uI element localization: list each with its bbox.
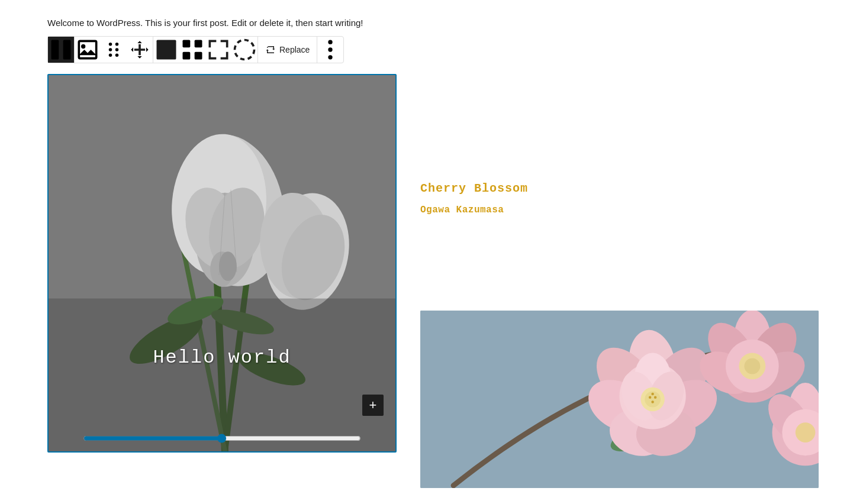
svg-rect-10 (195, 40, 202, 48)
svg-rect-8 (157, 40, 176, 60)
svg-point-6 (109, 53, 112, 57)
welcome-text: Welcome to WordPress. This is your first… (47, 18, 819, 28)
svg-rect-11 (183, 52, 191, 60)
svg-point-70 (654, 396, 656, 398)
svg-rect-9 (183, 40, 191, 48)
cherry-flowers-svg (420, 311, 819, 488)
toolbar-group-5 (317, 37, 343, 63)
align-button[interactable] (153, 37, 179, 63)
svg-point-4 (109, 48, 112, 51)
square-icon (153, 37, 179, 63)
cover-opacity-slider[interactable] (83, 434, 361, 443)
svg-point-7 (115, 53, 119, 57)
right-column: Cherry Blossom Ogawa Kazumasa (420, 74, 819, 488)
svg-point-68 (796, 422, 816, 442)
more-options-button[interactable] (317, 37, 343, 63)
flower-svg (49, 75, 395, 451)
drag-button[interactable] (101, 37, 127, 63)
cover-image (49, 75, 395, 451)
replace-icon (265, 44, 276, 55)
cover-slider-container (83, 434, 361, 445)
toolbar-group-4: Replace (258, 37, 317, 63)
grid-button[interactable] (179, 37, 205, 63)
svg-point-5 (115, 48, 119, 51)
svg-point-16 (329, 55, 333, 59)
svg-point-2 (109, 43, 112, 46)
move-button[interactable] (127, 37, 153, 63)
toolbar-group-3 (153, 37, 258, 63)
author-prefix: Ogawa (420, 205, 456, 215)
circle-dashes-button[interactable] (231, 37, 257, 63)
svg-point-72 (651, 400, 653, 403)
author-line: Ogawa Kazumasa (420, 205, 819, 215)
cover-title: Hello world (153, 347, 291, 369)
svg-rect-0 (51, 40, 59, 60)
svg-point-71 (651, 393, 653, 395)
dots-icon (317, 37, 343, 63)
svg-rect-37 (49, 299, 395, 451)
arrows-icon (127, 37, 153, 63)
expand-button[interactable] (205, 37, 231, 63)
add-block-button[interactable]: + (362, 395, 384, 416)
columns-icon (48, 37, 74, 63)
svg-point-14 (329, 40, 333, 44)
svg-point-63 (744, 358, 760, 374)
cover-block[interactable]: Hello world + (47, 74, 397, 453)
svg-point-13 (235, 40, 255, 60)
author-name: Kazumasa (456, 205, 504, 215)
circle-dashes-icon (231, 37, 257, 63)
grid-icon (179, 37, 205, 63)
drag-icon (101, 37, 127, 63)
page-wrapper: Welcome to WordPress. This is your first… (0, 0, 866, 504)
svg-point-15 (329, 47, 333, 51)
replace-button[interactable]: Replace (258, 37, 317, 63)
image-icon (75, 37, 101, 63)
cherry-blossom-block: Cherry Blossom (420, 182, 819, 195)
svg-point-34 (219, 251, 237, 281)
toolbar-group-2 (75, 37, 153, 63)
right-top-section: Cherry Blossom Ogawa Kazumasa (420, 86, 819, 311)
block-toolbar: Replace (47, 36, 344, 63)
expand-icon (205, 37, 231, 63)
cherry-blossom-title: Cherry Blossom (420, 182, 528, 195)
image-button[interactable] (75, 37, 101, 63)
cherry-blossom-image (420, 311, 819, 488)
toolbar-group-1 (48, 37, 75, 63)
svg-rect-1 (63, 40, 71, 60)
svg-point-69 (649, 396, 651, 398)
content-area: Hello world + Cherry Blossom Ogawa Kazum… (47, 74, 819, 488)
columns-button[interactable] (48, 37, 74, 63)
svg-point-3 (115, 43, 119, 46)
svg-rect-12 (195, 52, 202, 60)
replace-label: Replace (279, 45, 310, 54)
